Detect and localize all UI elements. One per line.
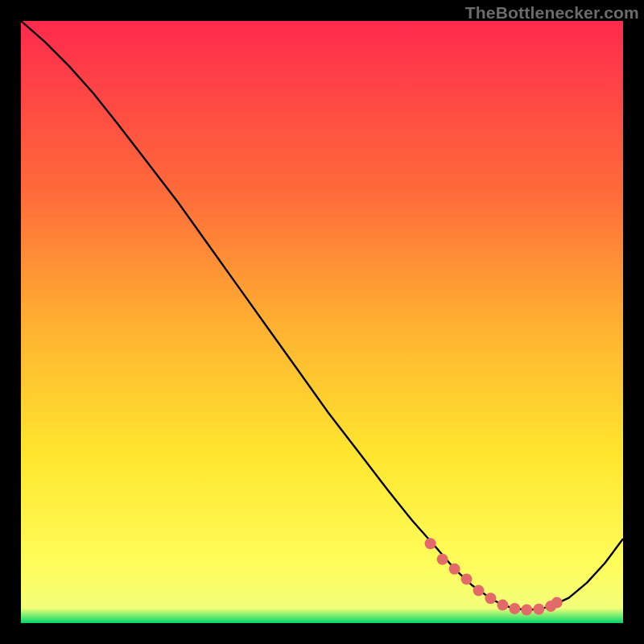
highlight-dot xyxy=(473,585,485,597)
bottleneck-plot xyxy=(21,21,623,623)
highlight-dot xyxy=(551,597,563,609)
highlight-dot xyxy=(509,603,520,614)
highlight-dot xyxy=(449,564,460,575)
highlight-dot xyxy=(485,592,496,604)
highlight-dot xyxy=(461,573,473,584)
highlight-dot xyxy=(497,600,508,611)
chart-frame xyxy=(21,21,623,623)
plot-background xyxy=(21,21,623,623)
highlight-dot xyxy=(425,538,436,549)
highlight-dot xyxy=(521,605,532,616)
watermark-text: TheBottlenecker.com xyxy=(465,3,639,23)
highlight-dot xyxy=(437,554,448,565)
highlight-dot xyxy=(533,604,544,615)
